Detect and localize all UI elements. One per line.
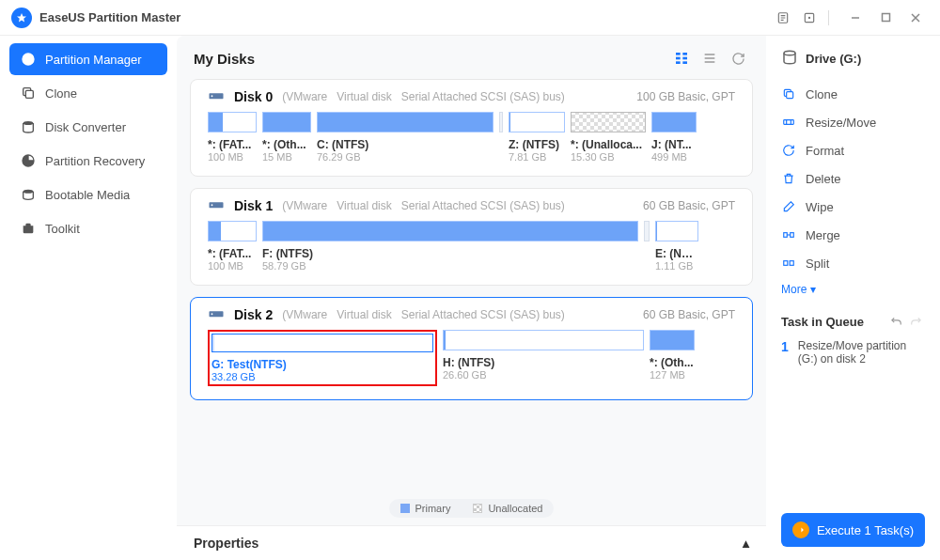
svg-point-2 bbox=[808, 17, 809, 18]
media-icon bbox=[21, 187, 36, 202]
partition[interactable]: G: Test(NTFS)33.28 GB bbox=[208, 330, 437, 386]
nav-partition-manager[interactable]: Partition Manager bbox=[9, 43, 167, 75]
disk-summary: 60 GB Basic, GPT bbox=[643, 308, 735, 321]
partition-label: F: (NTFS) bbox=[262, 247, 638, 260]
svg-point-14 bbox=[212, 95, 213, 97]
partition-bar bbox=[655, 221, 698, 241]
nav-disk-converter[interactable]: Disk Converter bbox=[9, 111, 167, 143]
svg-rect-22 bbox=[784, 233, 788, 238]
action-split[interactable]: Split bbox=[781, 249, 925, 277]
partition[interactable]: *: (FAT...100 MB bbox=[208, 221, 257, 272]
refresh-icon bbox=[781, 143, 796, 158]
maximize-button[interactable] bbox=[872, 5, 899, 31]
svg-rect-7 bbox=[676, 53, 681, 55]
action-format[interactable]: Format bbox=[781, 136, 925, 164]
partition[interactable]: Z: (NTFS)7.81 GB bbox=[509, 112, 565, 163]
properties-toggle[interactable]: Properties ▴ bbox=[177, 525, 766, 560]
sidebar: Partition Manager Clone Disk Converter P… bbox=[0, 36, 177, 560]
svg-rect-21 bbox=[784, 120, 794, 125]
history-icon[interactable] bbox=[796, 5, 822, 31]
partition-size: 100 MB bbox=[208, 260, 257, 272]
partition[interactable]: *: (Oth...15 MB bbox=[262, 112, 311, 163]
disk-vendor: (VMware bbox=[282, 90, 327, 103]
partition[interactable]: C: (NTFS)76.29 GB bbox=[317, 112, 494, 163]
partition-label: *: (FAT... bbox=[208, 138, 257, 151]
partition-size: 15.30 GB bbox=[571, 151, 646, 163]
disk-summary: 60 GB Basic, GPT bbox=[643, 199, 735, 212]
partition-size: 15 MB bbox=[262, 151, 311, 163]
nav-toolkit[interactable]: Toolkit bbox=[9, 212, 167, 244]
partition-size: 33.28 GB bbox=[212, 371, 433, 382]
close-button[interactable] bbox=[902, 5, 929, 31]
copy-icon bbox=[781, 86, 796, 101]
page-title: My Disks bbox=[194, 51, 665, 67]
nav-clone[interactable]: Clone bbox=[9, 77, 167, 109]
task-item[interactable]: 1 Resize/Move partition (G:) on disk 2 bbox=[781, 339, 925, 366]
action-delete[interactable]: Delete bbox=[781, 164, 925, 193]
nav-partition-recovery[interactable]: Partition Recovery bbox=[9, 145, 167, 177]
partition[interactable]: *: (Oth...127 MB bbox=[650, 330, 695, 386]
disk-summary: 100 GB Basic, GPT bbox=[636, 90, 735, 103]
partition-size: 7.81 GB bbox=[509, 151, 565, 163]
disk-card[interactable]: Disk 1 (VMware Virtual disk Serial Attac… bbox=[190, 188, 753, 286]
disk-type: Virtual disk bbox=[337, 308, 391, 321]
partition[interactable]: *: (Unalloca...15.30 GB bbox=[571, 112, 646, 163]
partition[interactable]: F: (NTFS)58.79 GB bbox=[262, 221, 638, 272]
disk-name: Disk 2 bbox=[234, 307, 273, 322]
partition-label: Z: (NTFS) bbox=[509, 138, 565, 151]
partition[interactable]: E: (NTFS)1.11 GB bbox=[655, 221, 698, 272]
partition-bar bbox=[509, 112, 565, 132]
svg-rect-23 bbox=[791, 233, 794, 238]
minimize-button[interactable] bbox=[842, 5, 869, 31]
redo-icon[interactable] bbox=[908, 313, 925, 330]
partition[interactable] bbox=[644, 221, 650, 272]
view-list-icon[interactable] bbox=[698, 47, 721, 70]
partition[interactable]: *: (FAT...100 MB bbox=[208, 112, 257, 163]
drive-icon bbox=[208, 90, 225, 103]
partition-size: 26.60 GB bbox=[443, 369, 644, 381]
app-logo bbox=[11, 8, 32, 28]
svg-point-5 bbox=[24, 121, 34, 125]
action-resizemove[interactable]: Resize/Move bbox=[781, 108, 925, 136]
primary-swatch bbox=[400, 504, 410, 513]
notes-icon[interactable] bbox=[770, 5, 796, 31]
partition-size: 100 MB bbox=[208, 151, 257, 163]
action-label: Format bbox=[806, 144, 844, 158]
drive-icon bbox=[208, 308, 225, 321]
disk-card[interactable]: Disk 2 (VMware Virtual disk Serial Attac… bbox=[190, 297, 753, 400]
svg-rect-24 bbox=[784, 261, 788, 266]
partition-label: *: (Oth... bbox=[650, 356, 695, 369]
undo-icon[interactable] bbox=[887, 313, 904, 330]
partition-bar bbox=[443, 330, 644, 350]
partition-bar bbox=[644, 221, 650, 241]
legend-primary: Primary bbox=[415, 503, 451, 514]
disk-type: Virtual disk bbox=[337, 199, 391, 212]
nav-bootable-media[interactable]: Bootable Media bbox=[9, 179, 167, 210]
drive-title: Drive (G:) bbox=[806, 52, 861, 66]
disk-icon bbox=[21, 119, 36, 134]
action-clone[interactable]: Clone bbox=[781, 80, 925, 108]
svg-rect-20 bbox=[787, 92, 793, 99]
refresh-icon[interactable] bbox=[727, 47, 749, 70]
execute-button[interactable]: Execute 1 Task(s) bbox=[781, 513, 925, 547]
action-label: Split bbox=[806, 257, 829, 271]
svg-rect-3 bbox=[882, 14, 889, 22]
nav-label: Bootable Media bbox=[45, 188, 130, 202]
action-merge[interactable]: Merge bbox=[781, 221, 925, 249]
nav-label: Toolkit bbox=[45, 222, 80, 236]
action-wipe[interactable]: Wipe bbox=[781, 193, 925, 221]
partition[interactable]: J: (NT...499 MB bbox=[651, 112, 697, 163]
more-link[interactable]: More ▾ bbox=[781, 277, 925, 302]
unalloc-swatch bbox=[473, 504, 482, 513]
svg-rect-8 bbox=[682, 53, 687, 55]
partition[interactable]: H: (NTFS)26.60 GB bbox=[443, 330, 644, 386]
partition-bar bbox=[317, 112, 494, 132]
view-grid-icon[interactable] bbox=[670, 47, 693, 70]
nav-label: Disk Converter bbox=[45, 120, 126, 134]
legend: Primary Unallocated bbox=[177, 491, 766, 525]
partition-size: 127 MB bbox=[650, 369, 695, 381]
action-label: Delete bbox=[806, 172, 841, 186]
resize-icon bbox=[781, 115, 796, 130]
partition[interactable] bbox=[499, 112, 503, 163]
disk-card[interactable]: Disk 0 (VMware Virtual disk Serial Attac… bbox=[190, 79, 753, 177]
